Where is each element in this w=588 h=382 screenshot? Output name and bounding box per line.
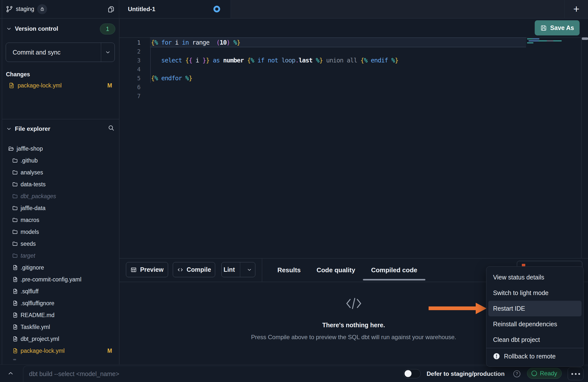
- tree-item-.sqlfluffignore[interactable]: .sqlfluffignore: [2, 297, 119, 309]
- file-icon: [12, 348, 18, 354]
- search-icon[interactable]: [108, 125, 115, 131]
- tree-item-label: seeds: [21, 241, 36, 247]
- menu-item-clean-dbt-project[interactable]: Clean dbt project: [488, 332, 582, 348]
- command-placeholder: dbt build --select <model_name>: [29, 370, 119, 378]
- folder-open-icon: [8, 146, 14, 152]
- file-explorer-header[interactable]: File explorer: [6, 125, 50, 132]
- code-line-7: [151, 92, 398, 101]
- tab-bar: [231, 0, 588, 18]
- preview-label: Preview: [140, 266, 164, 273]
- tree-item-label: data-tests: [21, 181, 46, 188]
- panel-tab-results[interactable]: Results: [277, 258, 301, 282]
- scrollbar-thumb[interactable]: [582, 37, 588, 40]
- line-number: 2: [119, 47, 141, 56]
- ide-status-badge[interactable]: Ready: [527, 368, 562, 379]
- commit-options-button[interactable]: [101, 49, 115, 55]
- preview-button[interactable]: Preview: [126, 262, 168, 277]
- lint-label: Lint: [222, 262, 237, 277]
- menu-divider: [486, 348, 584, 348]
- status-dot-icon: [522, 264, 525, 266]
- tree-item-models[interactable]: models: [2, 226, 119, 238]
- lint-button[interactable]: Lint: [221, 262, 255, 277]
- tree-item-dbt_packages[interactable]: dbt_packages: [2, 190, 119, 202]
- file-explorer-divider: [2, 119, 119, 119]
- menu-item-reinstall-dependencies[interactable]: Reinstall dependencies: [488, 316, 582, 332]
- new-tab-button[interactable]: +: [564, 0, 588, 18]
- copy-icon[interactable]: [107, 5, 115, 13]
- tree-item-label: .pre-commit-config.yaml: [21, 276, 81, 283]
- lint-options-button[interactable]: [243, 262, 255, 277]
- tree-item-target[interactable]: target: [2, 250, 119, 262]
- ide-options-button[interactable]: [568, 367, 584, 380]
- chevron-down-icon: [6, 26, 12, 32]
- unsaved-indicator-icon: [213, 6, 220, 12]
- line-number: 3: [119, 56, 141, 65]
- changed-file-row[interactable]: package-lock.yml M: [2, 80, 117, 91]
- version-control-title: Version control: [15, 25, 58, 32]
- tree-item-package-lock.yml[interactable]: package-lock.ymlM: [2, 345, 119, 357]
- tree-item-label: jaffle-shop: [17, 145, 43, 152]
- scrollbar-track: [581, 37, 582, 258]
- compile-button[interactable]: Compile: [173, 262, 215, 277]
- changed-file-name: package-lock.yml: [18, 82, 62, 89]
- branch-header: staging: [2, 0, 119, 18]
- ide-options-menu: View status detailsSwitch to light modeR…: [486, 266, 584, 367]
- branch-selector[interactable]: staging: [6, 4, 47, 14]
- save-as-label: Save As: [550, 24, 574, 31]
- tab-untitled-1[interactable]: Untitled-1: [119, 0, 231, 18]
- tree-item-.pre-commit-config.yaml[interactable]: .pre-commit-config.yaml: [2, 273, 119, 285]
- tree-item-label: package-lock.yml: [21, 348, 65, 354]
- toolbar-divider: [262, 258, 262, 282]
- defer-label: Defer to staging/production: [427, 370, 505, 377]
- arrow-head: [476, 303, 487, 314]
- tree-item-analyses[interactable]: analyses: [2, 166, 119, 178]
- commit-and-sync-button[interactable]: Commit and sync: [6, 43, 115, 62]
- tree-item-jaffle-data[interactable]: jaffle-data: [2, 202, 119, 214]
- tree-item-jaffle-shop[interactable]: jaffle-shop: [2, 143, 119, 155]
- help-icon[interactable]: ?: [513, 370, 520, 377]
- defer-toggle[interactable]: [403, 369, 421, 378]
- tree-item-label: .sqlfluffignore: [21, 300, 54, 307]
- tree-item-label: dbt_project.yml: [21, 336, 59, 342]
- alert-icon: [493, 353, 500, 360]
- tree-item-seeds[interactable]: seeds: [2, 238, 119, 250]
- tree-item-data-tests[interactable]: data-tests: [2, 178, 119, 190]
- tree-item-label: models: [21, 229, 39, 235]
- panel-tab-compiled-code[interactable]: Compiled code: [371, 258, 417, 282]
- code-editor[interactable]: {% for i in range (10) %} select {{ i }}…: [151, 38, 398, 101]
- tree-item-label: jaffle-data: [21, 205, 46, 212]
- tree-item-.sqlfluff[interactable]: .sqlfluff: [2, 285, 119, 297]
- file-icon: [12, 336, 18, 342]
- tree-item-macros[interactable]: macros: [2, 214, 119, 226]
- tree-item-label: target: [21, 252, 35, 259]
- menu-item-restart-ide[interactable]: Restart IDE: [488, 301, 582, 316]
- menu-item-view-status-details[interactable]: View status details: [488, 270, 582, 285]
- status-circle-icon: [531, 371, 537, 376]
- status-bar: dbt build --select <model_name> Defer to…: [0, 364, 588, 382]
- save-as-button[interactable]: Save As: [535, 20, 580, 35]
- folder-icon: [12, 158, 18, 164]
- changes-label: Changes: [6, 71, 30, 78]
- tree-item-Taskfile.yml[interactable]: Taskfile.yml: [2, 321, 119, 333]
- version-control-header[interactable]: Version control: [6, 25, 58, 32]
- tree-item-.github[interactable]: .github: [2, 155, 119, 166]
- tree-item-.gitignore[interactable]: .gitignore: [2, 262, 119, 273]
- menu-item-rollback-to-remote[interactable]: Rollback to remote: [488, 349, 582, 364]
- code-empty-icon: [346, 297, 362, 310]
- panel-tab-list: ResultsCode qualityCompiled code: [277, 258, 417, 282]
- tree-item-dbt_project.yml[interactable]: dbt_project.yml: [2, 333, 119, 345]
- menu-item-switch-to-light-mode[interactable]: Switch to light mode: [488, 285, 582, 301]
- file-icon: [12, 324, 18, 330]
- panel-tab-code-quality[interactable]: Code quality: [317, 258, 355, 282]
- chevron-down-icon: [105, 49, 111, 55]
- toggle-knob: [405, 370, 412, 377]
- expand-command-bar-button[interactable]: [6, 369, 15, 377]
- commit-button-label: Commit and sync: [6, 49, 101, 56]
- line-number: 4: [119, 65, 141, 74]
- partially-scrolled-item: [13, 359, 16, 360]
- tree-item-README.md[interactable]: README.md: [2, 309, 119, 321]
- ide-status-label: Ready: [540, 370, 557, 377]
- branch-name: staging: [16, 6, 34, 12]
- tree-item-label: README.md: [21, 312, 55, 319]
- line-number: 6: [119, 83, 141, 92]
